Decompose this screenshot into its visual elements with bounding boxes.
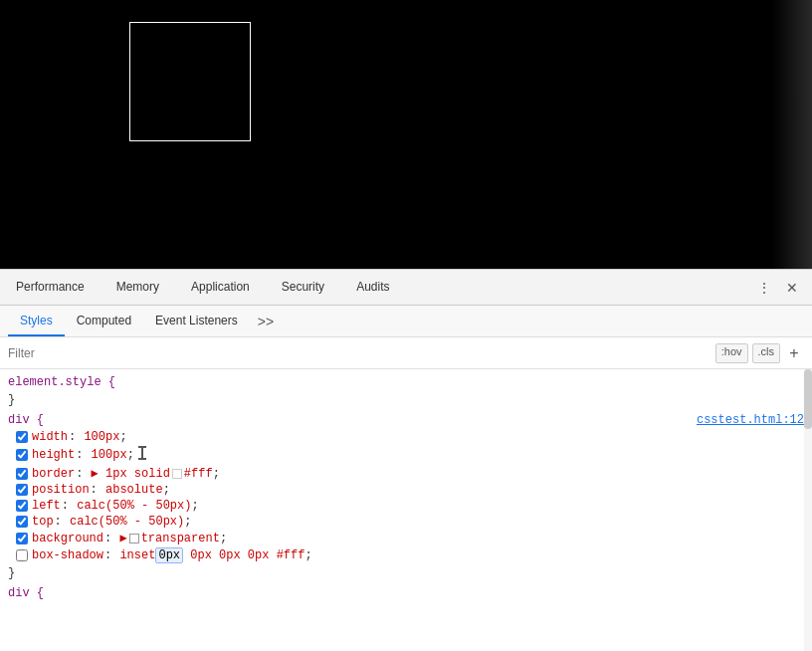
div-rule-close: } — [0, 564, 812, 582]
styles-tab-computed[interactable]: Computed — [65, 306, 143, 336]
property-position-checkbox[interactable] — [16, 484, 28, 496]
filter-buttons: :hov .cls + — [715, 343, 804, 363]
div2-rule-header: div { — [0, 582, 812, 602]
property-box-shadow-checkbox[interactable] — [16, 549, 28, 561]
scrollbar-track[interactable] — [804, 369, 812, 651]
scrollbar-thumb[interactable] — [804, 369, 812, 429]
background-color-swatch[interactable] — [129, 534, 139, 543]
filter-add-button[interactable]: + — [784, 343, 804, 363]
property-left: left : calc(50% - 50px) ; — [0, 498, 812, 514]
property-position: position : absolute ; — [0, 482, 812, 498]
div2-selector: div { — [8, 586, 44, 600]
property-left-checkbox[interactable] — [16, 500, 28, 512]
styles-tab-event-listeners[interactable]: Event Listeners — [143, 306, 250, 336]
right-overlay — [772, 0, 812, 269]
toolbar-tabs: Performance Memory Application Security … — [0, 270, 752, 305]
div-source[interactable]: csstest.html:12 — [697, 413, 804, 427]
property-box-shadow: box-shadow : inset 0px 0px 0px 0px #fff … — [0, 546, 812, 564]
box-shadow-value-highlight: 0px — [155, 547, 183, 563]
element-style-selector: element.style { — [8, 375, 115, 389]
cursor-position — [138, 446, 146, 464]
div-selector: div { — [8, 413, 44, 427]
devtools-toolbar: Performance Memory Application Security … — [0, 270, 812, 306]
styles-sub-tabs: Styles Computed Event Listeners >> — [0, 306, 812, 337]
property-border-checkbox[interactable] — [16, 468, 28, 480]
property-border: border : ▶ 1px solid #fff ; — [0, 465, 812, 482]
filter-cls-button[interactable]: .cls — [752, 343, 781, 363]
styles-tab-styles[interactable]: Styles — [8, 306, 65, 336]
tab-memory[interactable]: Memory — [101, 270, 175, 305]
filter-bar: :hov .cls + — [0, 337, 812, 369]
devtools-panel: Performance Memory Application Security … — [0, 269, 812, 651]
tab-application[interactable]: Application — [175, 270, 266, 305]
element-style-close: } — [0, 391, 812, 409]
svg-marker-0 — [138, 446, 146, 460]
styles-tab-more[interactable]: >> — [250, 314, 282, 329]
property-background: background : ▶ transparent ; — [0, 530, 812, 546]
tab-audits[interactable]: Audits — [340, 270, 405, 305]
property-width-checkbox[interactable] — [16, 431, 28, 443]
white-box — [129, 22, 251, 141]
property-background-checkbox[interactable] — [16, 533, 28, 544]
main-content — [0, 0, 812, 269]
div-rule-header: div { csstest.html:12 — [0, 409, 812, 429]
tab-security[interactable]: Security — [266, 270, 340, 305]
property-width: width : 100px ; — [0, 429, 812, 445]
close-icon[interactable]: ✕ — [780, 276, 804, 300]
filter-input[interactable] — [8, 346, 715, 360]
property-height-checkbox[interactable] — [16, 449, 28, 461]
filter-hov-button[interactable]: :hov — [715, 343, 748, 363]
property-top-checkbox[interactable] — [16, 516, 28, 528]
property-top: top : calc(50% - 50px) ; — [0, 514, 812, 530]
element-style-rule: element.style { — [0, 373, 812, 391]
border-color-swatch[interactable] — [172, 469, 182, 479]
tab-performance[interactable]: Performance — [0, 270, 101, 305]
more-options-icon[interactable]: ⋮ — [752, 276, 776, 300]
css-content[interactable]: element.style { } div { csstest.html:12 … — [0, 369, 812, 651]
property-height: height : 100px ; — [0, 445, 812, 465]
toolbar-icons: ⋮ ✕ — [752, 276, 812, 300]
